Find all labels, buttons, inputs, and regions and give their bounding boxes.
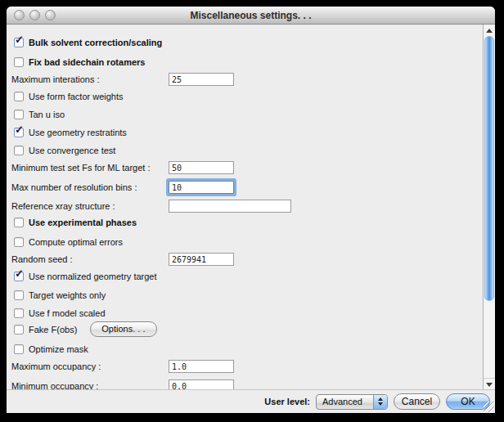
user-level-value: Advanced xyxy=(317,395,373,409)
scroll-up-button[interactable] xyxy=(484,25,495,36)
popup-stepper-icon xyxy=(373,395,387,409)
checkbox-row: Fake F(obs)Options. . . xyxy=(7,323,483,335)
checkbox-row: Use form factor weights xyxy=(7,90,483,102)
checkbox[interactable] xyxy=(14,146,24,155)
field-row: Minimum occupancy :0.0 xyxy=(7,379,483,390)
text-field[interactable]: 10 xyxy=(169,181,234,194)
checkbox-row: Fix bad sidechain rotamers xyxy=(7,56,483,68)
text-field[interactable]: 25 xyxy=(169,73,234,86)
field-row: Maximum occupancy :1.0 xyxy=(7,359,483,373)
scroll-down-button[interactable] xyxy=(484,378,495,390)
checkbox-label: Use form factor weights xyxy=(29,92,124,101)
settings-scroll-area: ✓Bulk solvent correction/scalingFix bad … xyxy=(7,25,495,390)
text-field[interactable]: 0.0 xyxy=(169,379,234,391)
vertical-scrollbar[interactable] xyxy=(483,25,495,390)
text-field[interactable]: 1.0 xyxy=(169,360,234,373)
checkbox-label: Use normalized geometry target xyxy=(29,272,157,281)
checkbox-label: Use f model scaled xyxy=(29,308,106,318)
up-arrow-icon xyxy=(486,29,493,33)
checkbox-row: Use experimental phases xyxy=(7,216,483,228)
window-title: Miscellaneous settings. . . xyxy=(7,10,495,21)
field-row: Minimum test set Fs for ML target :50 xyxy=(7,160,483,174)
checkbox[interactable]: ✓ xyxy=(14,272,24,281)
field-label: Maximum occupancy : xyxy=(11,361,101,371)
checkbox-label: Fake F(obs) xyxy=(29,325,77,334)
checkbox-row: Tan u iso xyxy=(7,108,483,120)
checkbox[interactable] xyxy=(14,325,24,334)
checkbox-row: Target weights only xyxy=(7,289,483,301)
text-field[interactable]: 50 xyxy=(169,161,234,174)
checkmark-icon: ✓ xyxy=(15,124,24,135)
checkbox-row: ✓Use geometry restratints xyxy=(7,126,483,138)
settings-window: Miscellaneous settings. . . ✓Bulk solven… xyxy=(7,7,495,413)
field-row: Max number of resolution bins :10 xyxy=(7,180,483,194)
checkbox-label: Optimize mask xyxy=(29,344,88,354)
checkbox[interactable] xyxy=(14,308,24,318)
checkbox-row: ✓Bulk solvent correction/scaling xyxy=(7,36,483,48)
text-field[interactable]: 2679941 xyxy=(169,253,234,266)
field-label: Minimum test set Fs for ML target : xyxy=(11,163,151,173)
field-row: Random seed :2679941 xyxy=(7,252,483,266)
checkbox[interactable] xyxy=(14,237,24,247)
checkbox-label: Target weights only xyxy=(29,290,106,300)
checkbox-label: Use geometry restratints xyxy=(29,128,127,137)
resize-grip[interactable] xyxy=(484,402,494,412)
checkbox-row: Use f model scaled xyxy=(7,307,483,319)
field-label: Random seed : xyxy=(11,254,73,264)
checkbox-label: Fix bad sidechain rotamers xyxy=(29,57,145,67)
cancel-button[interactable]: Cancel xyxy=(394,393,440,410)
checkbox[interactable] xyxy=(14,110,24,119)
footer-bar: User level: Advanced Cancel OK xyxy=(7,390,495,413)
stepper-up-arrow-icon xyxy=(378,397,383,401)
field-label: Maximum interations : xyxy=(11,74,100,84)
checkbox[interactable] xyxy=(14,92,24,101)
stepper-down-arrow-icon xyxy=(378,402,383,406)
checkbox[interactable]: ✓ xyxy=(14,38,24,47)
checkbox-row: Optimize mask xyxy=(7,343,483,355)
checkbox-row: ✓Use normalized geometry target xyxy=(7,270,483,282)
checkbox-label: Use convergence test xyxy=(29,146,115,155)
text-field[interactable] xyxy=(169,200,291,213)
options-button[interactable]: Options. . . xyxy=(90,321,156,337)
field-row: Maximum interations :25 xyxy=(7,72,483,86)
scrollbar-thumb[interactable] xyxy=(484,36,494,301)
field-row: Reference xray structure : xyxy=(7,199,483,213)
checkmark-icon: ✓ xyxy=(15,34,24,45)
checkbox[interactable] xyxy=(14,344,24,354)
user-level-dropdown[interactable]: Advanced xyxy=(316,394,388,410)
checkbox-row: Use convergence test xyxy=(7,144,483,156)
titlebar[interactable]: Miscellaneous settings. . . xyxy=(7,7,495,25)
checkbox[interactable] xyxy=(14,218,24,227)
field-label: Max number of resolution bins : xyxy=(11,182,137,192)
down-arrow-icon xyxy=(486,383,493,387)
field-label: Reference xray structure : xyxy=(11,201,115,211)
checkbox[interactable] xyxy=(14,290,24,300)
checkbox[interactable] xyxy=(14,57,24,67)
field-label: Minimum occupancy : xyxy=(11,381,98,391)
settings-rows: ✓Bulk solvent correction/scalingFix bad … xyxy=(7,25,483,390)
checkmark-icon: ✓ xyxy=(15,268,24,279)
checkbox-label: Use experimental phases xyxy=(29,218,137,227)
checkbox-row: Compute optimal errors xyxy=(7,236,483,248)
checkbox-label: Tan u iso xyxy=(29,110,65,119)
user-level-label: User level: xyxy=(264,397,310,406)
checkbox[interactable]: ✓ xyxy=(14,128,24,137)
checkbox-label: Compute optimal errors xyxy=(29,237,123,247)
checkbox-label: Bulk solvent correction/scaling xyxy=(29,38,162,47)
